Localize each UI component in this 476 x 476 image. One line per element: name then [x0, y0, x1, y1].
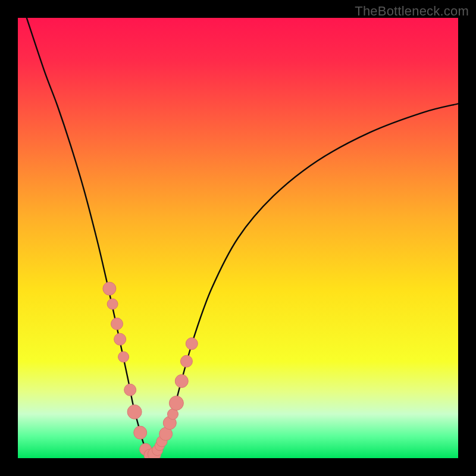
marker-point [118, 352, 129, 362]
watermark-text: TheBottleneck.com [355, 4, 469, 19]
marker-point [111, 318, 123, 330]
marker-point [127, 405, 142, 419]
marker-point [134, 426, 147, 439]
bottleneck-curve [27, 18, 458, 456]
chart-frame: TheBottleneck.com [0, 0, 476, 476]
marker-point [103, 282, 116, 295]
marker-point [180, 355, 192, 367]
marker-point [186, 338, 198, 350]
marker-point [114, 333, 126, 345]
marker-point [175, 375, 188, 388]
marker-point [107, 299, 118, 309]
plot-area [18, 18, 458, 458]
marker-cluster [103, 282, 198, 458]
marker-point [169, 396, 183, 411]
chart-overlay [18, 18, 458, 458]
marker-point [124, 384, 136, 396]
